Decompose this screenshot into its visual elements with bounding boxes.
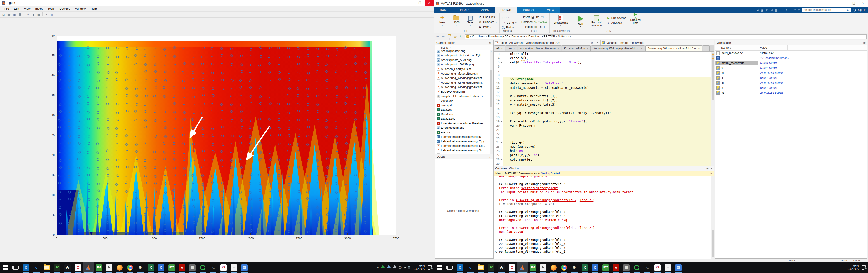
- file-list-item[interactable]: Auswertung_Messsoftware.m: [435, 71, 493, 76]
- taskbar-app-openvpn[interactable]: [197, 262, 208, 273]
- ribbon-tab-plots[interactable]: PLOTS: [454, 7, 475, 13]
- breadcrumb-segment[interactable]: C:: [472, 35, 475, 38]
- new-button[interactable]: +New▼: [436, 14, 448, 26]
- taskbar-app-blue-notebook[interactable]: ▤: [239, 262, 250, 273]
- taskbar-app-obs[interactable]: ◎: [62, 262, 73, 273]
- file-list-item[interactable]: XData.csv: [435, 107, 493, 112]
- breadcrumb-segment[interactable]: Software: [558, 35, 569, 38]
- file-list-item[interactable]: Fahrantriebsdimensionierung_Sc...: [435, 152, 493, 155]
- taskbar-app-green-tool[interactable]: 9V: [52, 262, 62, 273]
- taskbar-app-zotero[interactable]: Z: [507, 262, 517, 273]
- close-tab-icon[interactable]: ✕: [513, 47, 515, 50]
- up-folder-icon[interactable]: 🗀↑: [447, 33, 452, 40]
- close-tab-icon[interactable]: ✕: [698, 47, 700, 50]
- workspace-variable-row[interactable]: yq244x16251 double: [715, 90, 867, 95]
- file-list-item[interactable]: Auslesen_Fahrzyklus.m: [435, 67, 493, 71]
- code-line[interactable]: 26-hold on: [494, 149, 714, 153]
- cut-icon[interactable]: ✂: [766, 8, 768, 12]
- file-list-item[interactable]: Energiebedarf.png: [435, 126, 493, 130]
- command-window[interactable]: Error in Auswertung_Wirkungsgradkennfeld…: [494, 176, 714, 259]
- code-line[interactable]: 10-datei_messwerte = 'Data2.csv';: [494, 81, 714, 86]
- code-line[interactable]: 29: [494, 162, 714, 166]
- taskbar-app-file-explorer[interactable]: [41, 262, 52, 273]
- menu-window[interactable]: Window: [73, 6, 88, 11]
- indent-button[interactable]: Indent▥⇥⇤: [525, 25, 547, 29]
- insert-button[interactable]: Insert▤fx🗔▼: [523, 15, 547, 19]
- start-button[interactable]: [434, 262, 444, 273]
- taskbar-app-firefox[interactable]: [114, 262, 125, 273]
- goto-button[interactable]: ⇥Go To▼: [502, 21, 517, 25]
- colorbar-icon[interactable]: ▮: [31, 12, 35, 17]
- ribbon-tab-home[interactable]: HOME: [434, 7, 454, 13]
- close-panel-icon[interactable]: ✕: [710, 167, 712, 170]
- taskbar-app-openvpn[interactable]: [631, 262, 642, 273]
- breadcrumb-segment[interactable]: KREATÖR: [541, 35, 555, 38]
- legend-icon[interactable]: ▤: [36, 12, 41, 17]
- display-icon[interactable]: 🖵: [399, 266, 402, 269]
- task-view-button[interactable]: [10, 262, 21, 273]
- run-button[interactable]: Run▼: [575, 14, 586, 28]
- help-icon[interactable]: ?: [794, 8, 796, 12]
- file-list-column-header[interactable]: Name ▲: [435, 45, 493, 50]
- taskbar-app-c-app[interactable]: C: [590, 262, 600, 273]
- file-list-item[interactable]: PyFahrantriebsdimensionierung_2.py: [435, 139, 493, 144]
- input-indicator-icon[interactable]: ⣿: [408, 266, 410, 269]
- print-button[interactable]: 🖶Print▼: [478, 25, 497, 29]
- taskbar-app-blue-notebook[interactable]: ▤: [673, 262, 684, 273]
- file-list-item[interactable]: Auswertung_Wirkungsgradkennf...: [435, 80, 493, 85]
- taskbar-app-ks-app[interactable]: KS: [218, 262, 229, 273]
- taskbar-app-edt-app-2[interactable]: EDT: [166, 262, 177, 273]
- workspace-variable-row[interactable]: xq244x16251 double: [715, 80, 867, 86]
- code-line[interactable]: 5-set(0,'defaultTextInterpreter','None')…: [494, 60, 714, 64]
- panel-menu-icon[interactable]: ◉: [489, 41, 491, 44]
- taskbar-app-acrobat[interactable]: A: [611, 262, 621, 273]
- code-line[interactable]: 12: [494, 90, 714, 94]
- code-line[interactable]: 16: [494, 107, 714, 111]
- back-icon[interactable]: ⇦: [435, 35, 440, 38]
- file-list-item[interactable]: Auswertung_Wirkungsgradkennf...: [435, 76, 493, 80]
- taskbar-app-terminal[interactable]: >_: [642, 262, 652, 273]
- panel-menu-icon[interactable]: ◉: [706, 167, 709, 170]
- onedrive-synced-icon[interactable]: [381, 267, 385, 269]
- taskbar-app-matlab[interactable]: [83, 262, 94, 273]
- open-button[interactable]: Open▼: [450, 14, 462, 26]
- file-list-item[interactable]: XData2.csv: [435, 112, 493, 116]
- menu-file[interactable]: File: [2, 6, 11, 11]
- notification-center-icon[interactable]: 2: [862, 265, 866, 270]
- taskbar-app-settings[interactable]: ⚙: [135, 262, 146, 273]
- getting-started-link[interactable]: Getting Started: [541, 172, 560, 175]
- workspace-variable-row[interactable]: x660x1 double: [715, 75, 867, 80]
- file-list-item[interactable]: ⚙compiler_UI_Fahrantriebsdimens...: [435, 94, 493, 98]
- code-line[interactable]: 14-y = matrix_messwerte(:,2);: [494, 98, 714, 103]
- taskbar-app-chrome[interactable]: [559, 262, 569, 273]
- ribbon-tab-publish[interactable]: PUBLISH: [517, 7, 541, 13]
- close-tab-icon[interactable]: ✕: [641, 47, 643, 50]
- workspace-column-headers[interactable]: Name ▲ Value: [715, 45, 867, 50]
- variables-panel-header[interactable]: Variables - matrix_messwerte: [600, 40, 645, 45]
- refresh-icon[interactable]: ↻: [459, 35, 463, 38]
- workspace-variable-row[interactable]: F1x1 scatteredInterpol...: [715, 56, 867, 61]
- close-tab-icon[interactable]: ✕: [587, 47, 588, 50]
- ribbon-tab-view[interactable]: VIEW: [541, 7, 560, 13]
- code-line[interactable]: 21: [494, 128, 714, 132]
- advance-button[interactable]: ⤓Advance: [607, 21, 626, 25]
- onedrive-icon[interactable]: [387, 267, 391, 269]
- workspace-variable-row[interactable]: y660x1 double: [715, 86, 867, 90]
- ribbon-tab-apps[interactable]: APPS: [475, 7, 495, 13]
- panel-menu-icon[interactable]: ◉: [591, 41, 593, 44]
- breadcrumb-segment[interactable]: Documents: [511, 35, 526, 38]
- banner-close-icon[interactable]: ✕: [710, 172, 712, 175]
- taskbar-app-firefox[interactable]: [548, 262, 559, 273]
- panel-menu-icon[interactable]: ◉: [863, 41, 866, 44]
- back-icon[interactable]: ⇦: [502, 15, 505, 20]
- breadcrumb-segment[interactable]: BerechnungsPC: [488, 35, 508, 38]
- code-line[interactable]: 20-vq = F(xq,yq);: [494, 124, 714, 128]
- browse-folder-icon[interactable]: 🗁: [453, 35, 458, 38]
- open-folder-icon[interactable]: 🗁: [7, 12, 11, 17]
- code-line[interactable]: 18: [494, 115, 714, 119]
- taskbar-app-acrobat[interactable]: A: [177, 262, 187, 273]
- editor-tab[interactable]: Auswertung_Wirkungsgradkennfeld_2.m✕: [645, 45, 702, 52]
- volume-icon[interactable]: 🕪: [404, 266, 406, 269]
- code-line[interactable]: 27-plot3(x,y,v,'o'): [494, 153, 714, 158]
- editor-panel-header[interactable]: Editor - Auswertung_Wirkungsgradkennfeld…: [494, 40, 600, 45]
